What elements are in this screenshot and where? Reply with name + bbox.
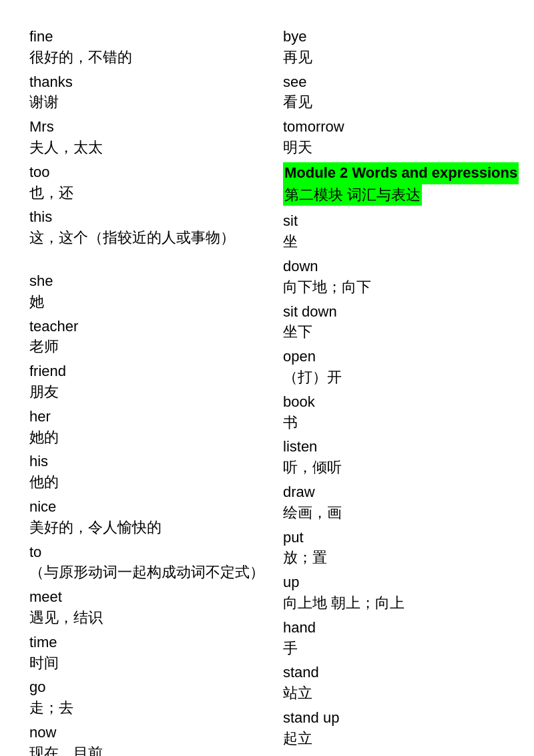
word-english: to [29, 542, 283, 563]
list-item: open（打）开 [283, 347, 534, 388]
word-chinese: 时间 [29, 653, 283, 674]
word-english: see [283, 72, 534, 93]
word-english: down [283, 256, 534, 277]
word-chinese: 她的 [29, 427, 283, 448]
word-english: meet [29, 587, 283, 608]
list-item: up向上地 朝上；向上 [283, 572, 534, 614]
word-chinese: 老师 [29, 337, 283, 357]
word-english: this [29, 207, 283, 228]
word-chinese: 再见 [283, 47, 534, 68]
list-item: stand up起立 [283, 708, 534, 749]
list-item: put放；置 [283, 528, 534, 569]
word-english: nice [29, 497, 283, 518]
word-chinese: 手 [283, 638, 534, 659]
word-chinese: 听，倾听 [283, 457, 534, 478]
list-item: go走；去 [29, 677, 283, 719]
list-item: sit坐 [283, 211, 534, 252]
list-item: down向下地；向下 [283, 256, 534, 298]
word-chinese: 现在，目前 [29, 743, 283, 756]
word-chinese: 遇见，结识 [29, 608, 283, 628]
list-item: her她的 [29, 407, 283, 448]
word-english: stand [283, 663, 534, 683]
word-english: thanks [29, 72, 283, 93]
word-english: Mrs [29, 117, 283, 138]
main-content: fine很好的，不错的thanks谢谢Mrs夫人，太太too也，还this这，这… [29, 27, 505, 756]
list-item: book书 [283, 392, 534, 433]
word-chinese: 很好的，不错的 [29, 47, 283, 68]
list-item: too也，还 [29, 162, 283, 204]
list-item: listen听，倾听 [283, 437, 534, 478]
word-english: put [283, 528, 534, 548]
list-item: friend朋友 [29, 361, 283, 403]
word-chinese: 谢谢 [29, 92, 283, 113]
list-item: time时间 [29, 632, 283, 674]
word-chinese: （打）开 [283, 367, 534, 388]
list-item: his他的 [29, 451, 283, 493]
list-item: tomorrow明天 [283, 117, 534, 158]
list-item: hand手 [283, 618, 534, 659]
word-english: friend [29, 361, 283, 382]
word-chinese: 绘画，画 [283, 503, 534, 524]
word-chinese: 这，这个（指较近的人或事物） [29, 228, 283, 248]
word-chinese: （与原形动词一起构成动词不定式） [29, 562, 283, 583]
word-chinese: 站立 [283, 683, 534, 704]
word-english: stand up [283, 708, 534, 729]
word-english: now [29, 723, 283, 743]
word-english: her [29, 407, 283, 427]
word-chinese: 看见 [283, 92, 534, 113]
list-item: stand站立 [283, 663, 534, 704]
word-chinese: 走；去 [29, 698, 283, 719]
list-item: she她 [29, 271, 283, 313]
word-english: sit [283, 211, 534, 232]
word-english: sit down [283, 302, 534, 323]
list-item: now现在，目前 [29, 723, 283, 756]
word-english: bye [283, 27, 534, 47]
word-chinese: 也，还 [29, 183, 283, 204]
word-english: listen [283, 437, 534, 457]
word-chinese: 向上地 朝上；向上 [283, 593, 534, 614]
list-item: meet遇见，结识 [29, 587, 283, 628]
word-chinese: 起立 [283, 729, 534, 749]
word-english: fine [29, 27, 283, 47]
word-chinese: 美好的，令人愉快的 [29, 518, 283, 538]
word-chinese: 夫人，太太 [29, 138, 283, 158]
module-header-chinese: 第二模块 词汇与表达 [283, 184, 422, 206]
word-chinese: 她 [29, 292, 283, 313]
word-english: she [29, 271, 283, 292]
list-item: Mrs夫人，太太 [29, 117, 283, 158]
word-english: his [29, 451, 283, 472]
module-header-english: Module 2 Words and expressions [283, 162, 519, 184]
word-chinese: 放；置 [283, 548, 534, 568]
list-item: to（与原形动词一起构成动词不定式） [29, 542, 283, 584]
word-english: time [29, 632, 283, 653]
word-chinese: 向下地；向下 [283, 277, 534, 298]
left-column: fine很好的，不错的thanks谢谢Mrs夫人，太太too也，还this这，这… [29, 27, 283, 756]
list-item: bye再见 [283, 27, 534, 68]
list-item: teacher老师 [29, 317, 283, 358]
word-english: teacher [29, 317, 283, 337]
word-english: hand [283, 618, 534, 638]
word-english: up [283, 572, 534, 593]
word-chinese: 书 [283, 413, 534, 433]
word-chinese: 坐下 [283, 322, 534, 343]
word-english: open [283, 347, 534, 367]
list-item: nice美好的，令人愉快的 [29, 497, 283, 538]
word-english: book [283, 392, 534, 413]
word-chinese: 他的 [29, 472, 283, 493]
module-header: Module 2 Words and expressions第二模块 词汇与表达 [283, 162, 534, 210]
section-gap [29, 252, 283, 271]
word-english: tomorrow [283, 117, 534, 138]
word-chinese: 明天 [283, 138, 534, 158]
word-chinese: 朋友 [29, 382, 283, 403]
list-item: sit down坐下 [283, 302, 534, 343]
list-item: draw绘画，画 [283, 482, 534, 524]
word-english: too [29, 162, 283, 183]
word-chinese: 坐 [283, 232, 534, 252]
word-english: draw [283, 482, 534, 503]
right-column: bye再见see看见tomorrow明天Module 2 Words and e… [283, 27, 534, 756]
word-english: go [29, 677, 283, 698]
list-item: thanks谢谢 [29, 72, 283, 114]
list-item: fine很好的，不错的 [29, 27, 283, 68]
list-item: see看见 [283, 72, 534, 114]
list-item: this这，这个（指较近的人或事物） [29, 207, 283, 248]
